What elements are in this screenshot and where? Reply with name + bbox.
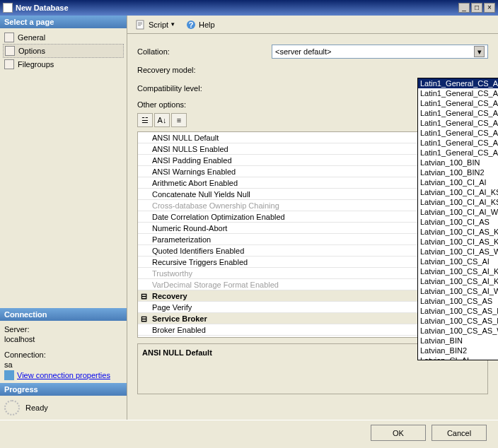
title-bar: New Database _ □ × <box>0 0 498 16</box>
dropdown-item[interactable]: Latvian_100_CI_AI <box>418 177 498 187</box>
cancel-button[interactable]: Cancel <box>432 425 487 441</box>
dropdown-item[interactable]: Latvian_100_CI_AI_WS <box>418 207 498 217</box>
help-icon: ? <box>185 19 197 30</box>
dropdown-item[interactable]: Latvian_100_BIN2 <box>418 167 498 177</box>
select-page-header: Select a page <box>0 16 127 28</box>
description-title: ANSI NULL Default <box>142 348 212 357</box>
help-label: Help <box>199 20 215 29</box>
dropdown-item[interactable]: Latin1_General_CS_AI <box>418 78 498 88</box>
connection-label: Connection: <box>4 350 122 359</box>
page-label: General <box>18 33 45 42</box>
left-panel: Select a page General Options Filegroups… <box>0 16 127 420</box>
dropdown-item[interactable]: Latin1_General_CS_AS <box>418 118 498 128</box>
dropdown-item[interactable]: Latvian_100_CS_AI_KS_WS <box>418 276 498 286</box>
dropdown-item[interactable]: Latvian_100_CS_AS <box>418 296 498 306</box>
right-panel: Script ▼ ? Help Collation: <server defau… <box>127 16 498 420</box>
script-icon <box>135 19 146 30</box>
server-label: Server: <box>4 325 122 334</box>
dropdown-item[interactable]: Latvian_100_CS_AI <box>418 257 498 266</box>
dropdown-item[interactable]: Latvian_100_BIN <box>418 158 498 167</box>
dropdown-item[interactable]: Latvian_100_CI_AS_WS <box>418 247 498 257</box>
dropdown-item[interactable]: Latvian_100_CS_AS_KS_WS <box>418 316 498 326</box>
script-button[interactable]: Script ▼ <box>132 17 179 33</box>
page-icon <box>4 59 14 69</box>
ok-button[interactable]: OK <box>371 425 426 441</box>
svg-text:?: ? <box>189 20 194 29</box>
connection-header: Connection <box>0 308 127 321</box>
dropdown-item[interactable]: Latvian_100_CS_AS_WS <box>418 326 498 336</box>
maximize-button[interactable]: □ <box>471 3 482 13</box>
dropdown-item[interactable]: Latin1_General_CS_AI_WS <box>418 108 498 118</box>
page-label: Options <box>18 47 45 55</box>
link-icon <box>4 370 14 380</box>
dropdown-item[interactable]: Latin1_General_CS_AS_KS_WS <box>418 138 498 148</box>
dropdown-item[interactable]: Latvian_100_CI_AS_KS <box>418 227 498 237</box>
dropdown-item[interactable]: Latvian_100_CI_AI_KS_WS <box>418 197 498 207</box>
server-value: localhost <box>4 335 122 343</box>
collation-dropdown[interactable]: Latin1_General_CS_AILatin1_General_CS_AI… <box>417 78 498 360</box>
categorized-button[interactable]: ☱ <box>137 113 153 127</box>
svg-rect-0 <box>137 20 144 29</box>
recovery-label: Recovery model: <box>137 66 272 74</box>
window-title: New Database <box>16 4 457 12</box>
page-icon <box>4 33 14 42</box>
page-options[interactable]: Options <box>3 44 124 58</box>
collation-value: <server default> <box>275 47 332 56</box>
progress-status: Ready <box>25 403 48 412</box>
dropdown-item[interactable]: Latvian_100_CS_AS_KS <box>418 306 498 316</box>
close-button[interactable]: × <box>484 3 495 13</box>
dropdown-item[interactable]: Latvian_100_CI_AS <box>418 217 498 227</box>
page-label: Filegroups <box>18 60 54 69</box>
collation-combo[interactable]: <server default> ▾ <box>272 45 488 59</box>
dropdown-item[interactable]: Latvian_100_CS_AI_WS <box>418 286 498 296</box>
dropdown-item[interactable]: Latvian_BIN <box>418 336 498 346</box>
help-button[interactable]: ? Help <box>182 17 219 33</box>
progress-ring-icon <box>4 400 20 415</box>
page-filegroups[interactable]: Filegroups <box>3 58 124 71</box>
minimize-button[interactable]: _ <box>458 3 470 13</box>
view-connection-properties-link[interactable]: View connection properties <box>17 371 110 379</box>
progress-header: Progress <box>0 383 127 396</box>
chevron-down-icon[interactable]: ▾ <box>474 46 485 57</box>
props-button[interactable]: ≡ <box>171 113 187 127</box>
dropdown-item[interactable]: Latvian_CI_AI <box>418 355 498 360</box>
connection-value: sa <box>4 360 122 369</box>
dropdown-item[interactable]: Latvian_BIN2 <box>418 346 498 355</box>
dropdown-item[interactable]: Latvian_100_CI_AS_KS_WS <box>418 237 498 247</box>
script-label: Script <box>149 20 168 29</box>
dropdown-item[interactable]: Latin1_General_CS_AI_KS_WS <box>418 98 498 108</box>
dropdown-item[interactable]: Latvian_100_CI_AI_KS <box>418 187 498 197</box>
dropdown-item[interactable]: Latin1_General_CS_AS_KS <box>418 128 498 138</box>
page-icon <box>5 46 15 56</box>
compat-label: Compatibility level: <box>137 84 272 93</box>
page-general[interactable]: General <box>3 31 124 44</box>
chevron-down-icon: ▼ <box>170 21 175 28</box>
dropdown-item[interactable]: Latvian_100_CS_AI_KS <box>418 266 498 276</box>
sort-button[interactable]: A↓ <box>154 113 170 127</box>
dropdown-item[interactable]: Latin1_General_CS_AI_KS <box>418 88 498 98</box>
app-icon <box>3 3 13 13</box>
collation-label: Collation: <box>137 47 272 56</box>
dropdown-item[interactable]: Latin1_General_CS_AS_WS <box>418 148 498 158</box>
